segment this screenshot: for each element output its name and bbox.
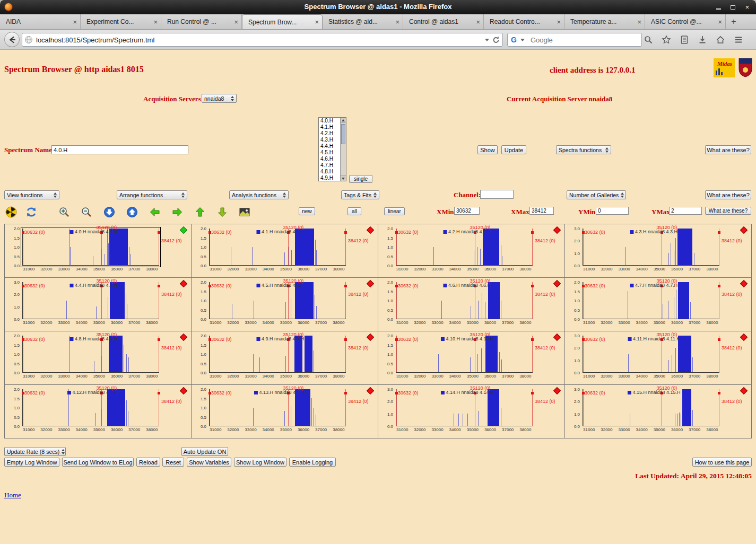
cell-marker-low[interactable]	[210, 389, 210, 426]
spectrum-cell[interactable]: 2.01.51.00.50.0 30632 (0) 35120 (0) 4.12…	[5, 385, 192, 438]
show-variables-button[interactable]: Show Variables	[187, 458, 231, 467]
arrow-up-icon[interactable]	[194, 206, 206, 218]
cell-plot-area[interactable]: 30632 (0) 35120 (0) 4.8.H nnaida8 4.8.H	[22, 336, 159, 373]
marker-handle-icon[interactable]	[531, 285, 534, 287]
scroll-up-icon[interactable]	[341, 118, 346, 123]
spectrum-cell[interactable]: 3.02.01.00.0 30632 (0) 35120 (0) 4.11.H …	[565, 331, 752, 385]
search-engine-dropdown-icon[interactable]	[520, 39, 525, 41]
cell-plot-area[interactable]: 30632 (0) 35120 (0) 4.0.H nnaida8 4.0.H	[22, 229, 159, 266]
cell-plot-area[interactable]: 30632 (0) 35120 (0) 4.13.H nnaida8 4.13.…	[209, 389, 346, 426]
star-icon[interactable]	[661, 34, 672, 45]
cell-marker-high[interactable]	[159, 389, 159, 426]
what-are-these-button-2[interactable]: What are these?	[705, 190, 751, 199]
marker-handle-icon[interactable]	[531, 392, 534, 394]
browser-tab[interactable]: Statistics @ aid... ×	[323, 14, 403, 29]
tab-close-icon[interactable]: ×	[718, 18, 722, 26]
arrow-down-icon[interactable]	[216, 206, 228, 218]
search-icon[interactable]	[643, 34, 654, 45]
cell-marker-low[interactable]	[396, 389, 397, 426]
home-link[interactable]: Home	[4, 491, 21, 499]
send-log-to-elog-button[interactable]: Send Log Window to ELog	[62, 458, 134, 467]
spectrum-list-item[interactable]: 4.7.H	[319, 162, 340, 169]
marker-handle-icon[interactable]	[718, 338, 720, 341]
browser-tab[interactable]: AIDA ×	[0, 14, 81, 29]
marker-handle-icon[interactable]	[718, 231, 720, 234]
show-button[interactable]: Show	[477, 145, 498, 154]
spectrum-cell[interactable]: 2.01.51.00.50.0 30632 (0) 35120 (0) 4.7.…	[565, 278, 752, 331]
spectrum-cell[interactable]: 2.01.51.00.50.0 30632 (0) 35120 (0) 4.1.…	[192, 224, 378, 278]
cell-marker-low[interactable]	[583, 389, 584, 426]
cell-plot-area[interactable]: 30632 (0) 35120 (0) 4.7.H nnaida8 4.7.H	[583, 282, 719, 319]
cell-plot-area[interactable]: 30632 (0) 35120 (0) 4.4.H nnaida8 4.4.H	[22, 282, 159, 319]
spectrum-cell[interactable]: 2.01.51.00.50.0 30632 (0) 35120 (0) 4.13…	[192, 385, 378, 438]
url-dropdown-icon[interactable]	[485, 39, 489, 41]
cell-marker-low[interactable]	[583, 336, 584, 372]
sort-ascending-icon[interactable]	[126, 206, 138, 218]
spectrum-cell[interactable]: 2.01.51.00.50.0 30632 (0) 35120 (0) 4.0.…	[5, 224, 192, 278]
spectrum-list-item[interactable]: 4.1.H	[319, 124, 340, 130]
cell-marker-low[interactable]	[23, 282, 23, 319]
reset-button[interactable]: Reset	[162, 458, 184, 467]
spectrum-name-input[interactable]	[51, 145, 188, 154]
zoom-out-icon[interactable]	[81, 206, 92, 218]
new-tab-button[interactable]: +	[726, 14, 742, 29]
spectrum-cell[interactable]: 3.02.01.00.0 30632 (0) 35120 (0) 4.4.H n…	[5, 278, 192, 331]
cell-marker-high[interactable]	[719, 282, 719, 319]
marker-handle-icon[interactable]	[344, 392, 347, 394]
tab-close-icon[interactable]: ×	[315, 18, 319, 26]
what-are-these-button-3[interactable]: What are these?	[705, 207, 751, 215]
cell-marker-high[interactable]	[532, 389, 533, 426]
spectrum-list-item[interactable]: 4.5.H	[319, 150, 340, 156]
listbox-scrollbar[interactable]	[340, 118, 346, 181]
cell-marker-high[interactable]	[159, 282, 159, 319]
cell-plot-area[interactable]: 30632 (0) 35120 (0) 4.10.H nnaida8 4.10.…	[396, 336, 533, 373]
close-button-icon[interactable]: ×	[744, 4, 751, 11]
cell-marker-high[interactable]	[345, 282, 346, 319]
cell-plot-area[interactable]: 30632 (0) 35120 (0) 4.3.H nnaida8 4.3.H	[583, 229, 719, 266]
spectrum-cell[interactable]: 3.02.01.00.0 30632 (0) 35120 (0) 4.14.H …	[378, 385, 565, 438]
cell-marker-high[interactable]	[719, 229, 719, 265]
back-button[interactable]	[4, 32, 20, 47]
marker-handle-icon[interactable]	[718, 392, 720, 394]
arrange-functions-select[interactable]: Arrange functions	[117, 190, 187, 199]
tab-close-icon[interactable]: ×	[637, 18, 641, 26]
what-are-these-button-1[interactable]: What are these?	[705, 145, 751, 154]
cell-plot-area[interactable]: 30632 (0) 35120 (0) 4.1.H nnaida8 4.1.H	[209, 229, 346, 266]
cell-marker-low[interactable]	[396, 336, 397, 372]
search-bar[interactable]: G	[507, 33, 642, 47]
marker-handle-icon[interactable]	[531, 231, 534, 234]
marker-handle-icon[interactable]	[344, 285, 347, 287]
how-to-use-button[interactable]: How to use this page	[692, 458, 752, 467]
refresh-icon[interactable]	[25, 206, 37, 218]
cell-marker-high[interactable]	[532, 336, 533, 372]
spectrum-list-item[interactable]: 4.0.H	[319, 118, 340, 124]
cell-marker-low[interactable]	[23, 389, 23, 426]
cell-marker-low[interactable]	[210, 336, 210, 372]
cell-marker-high[interactable]	[345, 389, 346, 426]
cell-plot-area[interactable]: 30632 (0) 35120 (0) 4.15.H nnaida8 4.15.…	[583, 389, 719, 426]
spectrum-list-item[interactable]: 4.2.H	[319, 130, 340, 137]
browser-tab[interactable]: Temperature a... ×	[564, 14, 645, 29]
analysis-functions-select[interactable]: Analysis functions	[229, 190, 289, 199]
cell-plot-area[interactable]: 30632 (0) 35120 (0) 4.11.H nnaida8 4.11.…	[583, 336, 719, 373]
search-input[interactable]	[527, 36, 638, 44]
linear-button[interactable]: linear	[384, 207, 405, 215]
acquisition-server-select[interactable]: nnaida8	[202, 94, 237, 103]
enable-logging-button[interactable]: Enable Logging	[289, 458, 336, 467]
browser-tab[interactable]: Control @ aidas1 ×	[403, 14, 484, 29]
tab-close-icon[interactable]: ×	[395, 18, 399, 26]
home-icon[interactable]	[715, 34, 726, 45]
tab-close-icon[interactable]: ×	[234, 18, 238, 26]
sort-descending-icon[interactable]	[103, 206, 115, 218]
spectrum-cell[interactable]: 2.01.51.00.50.0 30632 (0) 35120 (0) 4.10…	[378, 331, 565, 385]
cell-marker-low[interactable]	[583, 229, 584, 265]
spectrum-cell[interactable]: 2.01.51.00.50.0 30632 (0) 35120 (0) 4.2.…	[378, 224, 565, 278]
scroll-down-icon[interactable]	[341, 176, 346, 181]
cell-marker-high[interactable]	[345, 229, 346, 265]
view-functions-select[interactable]: View functions	[4, 190, 59, 199]
browser-tab[interactable]: Experiment Co... ×	[81, 14, 161, 29]
single-button[interactable]: single	[349, 175, 372, 183]
marker-handle-icon[interactable]	[158, 338, 160, 341]
reload-icon[interactable]	[492, 36, 500, 44]
browser-tab[interactable]: ASIC Control @... ×	[645, 14, 726, 29]
